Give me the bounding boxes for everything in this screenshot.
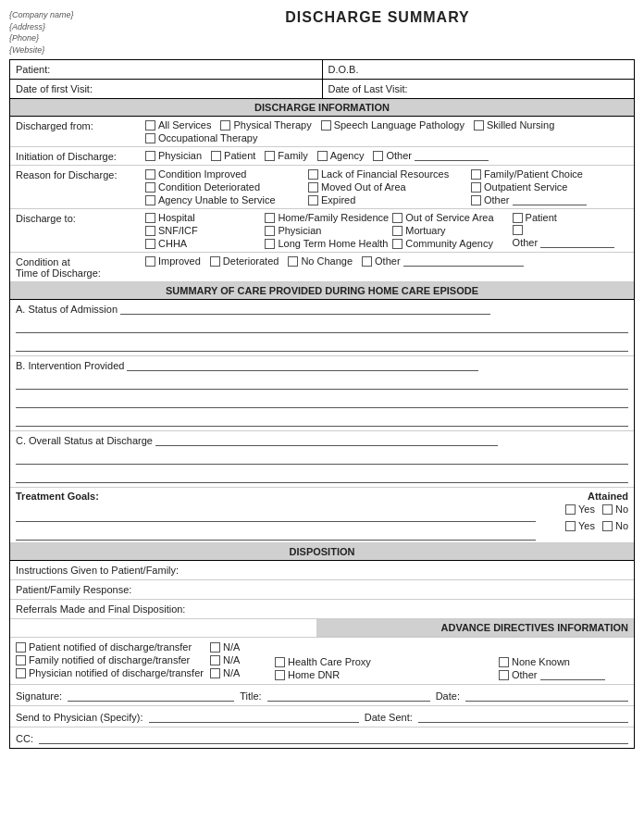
cb-no-1[interactable]: No xyxy=(602,504,628,515)
cb-skilled-nursing[interactable]: Skilled Nursing xyxy=(474,119,554,131)
disposition-header: DISPOSITION xyxy=(10,543,634,561)
cb-other-discharge[interactable]: Other xyxy=(513,237,628,248)
cb-home-family[interactable]: Home/Family Residence xyxy=(265,212,389,223)
overall-block: C. Overall Status at Discharge xyxy=(10,431,634,488)
cb-no-2[interactable]: No xyxy=(602,520,628,531)
checkbox-family[interactable] xyxy=(265,151,275,161)
checkbox-all-services[interactable] xyxy=(145,120,155,131)
overall-line-2 xyxy=(16,468,628,483)
cb-physician[interactable]: Physician xyxy=(145,150,202,161)
checkbox-physical-therapy[interactable] xyxy=(220,120,230,131)
cb-physician-notified[interactable]: Physician notified of discharge/transfer xyxy=(16,667,201,678)
intervention-line[interactable] xyxy=(127,360,478,371)
attained-label: Attained xyxy=(536,491,628,502)
checkbox-speech-language[interactable] xyxy=(321,120,331,131)
other-initiation-line[interactable] xyxy=(415,150,489,161)
cb-patient-notified[interactable]: Patient notified of discharge/transfer xyxy=(16,641,201,653)
cb-other-reason[interactable]: Other xyxy=(471,194,628,205)
status-label: A. Status of Admission xyxy=(16,304,118,315)
cb-moved-out[interactable]: Moved Out of Area xyxy=(308,181,465,193)
cb-speech-language[interactable]: Speech Language Pathology xyxy=(321,119,464,131)
company-website: {Website} xyxy=(9,44,120,56)
cb-other-condition[interactable]: Other xyxy=(362,255,524,267)
status-block: A. Status of Admission xyxy=(10,300,634,356)
advance-content: Patient notified of discharge/transfer F… xyxy=(10,638,634,685)
cb-other-advance[interactable]: Other xyxy=(499,669,628,680)
cb-chha[interactable]: CHHA xyxy=(145,238,261,249)
cb-na-2[interactable]: N/A xyxy=(210,654,266,665)
other-reason-line[interactable] xyxy=(513,194,587,205)
advance-col2: N/A N/A N/A xyxy=(210,641,266,678)
signature-line[interactable] xyxy=(68,689,234,702)
overall-line-1 xyxy=(16,450,628,465)
physician-label: Physician xyxy=(158,150,202,161)
cb-family-patient-choice[interactable]: Family/Patient Choice xyxy=(471,168,628,180)
cc-line[interactable] xyxy=(39,731,628,744)
cb-no-change[interactable]: No Change xyxy=(288,255,353,267)
cb-agency-unable[interactable]: Agency Unable to Service xyxy=(145,194,303,205)
discharge-to-content: Hospital SNF/ICF CHHA xyxy=(145,212,628,249)
other-discharge-line[interactable] xyxy=(540,237,614,248)
cb-out-service-area[interactable]: Out of Service Area xyxy=(392,212,508,223)
cb-home-dnr[interactable]: Home DNR xyxy=(275,669,489,680)
cb-mortuary[interactable]: Mortuary xyxy=(392,225,508,236)
cb-mortuary2[interactable] xyxy=(513,225,628,235)
intervention-line-1 xyxy=(16,375,628,390)
send-line[interactable] xyxy=(149,710,359,723)
cb-na-3[interactable]: N/A xyxy=(210,667,266,678)
checkbox-agency[interactable] xyxy=(317,151,328,161)
other-advance-line[interactable] xyxy=(540,669,605,680)
other-condition-line[interactable] xyxy=(403,255,524,267)
date-line[interactable] xyxy=(465,689,628,702)
cb-na-1[interactable]: N/A xyxy=(210,641,266,653)
title-line[interactable] xyxy=(267,689,430,702)
intervention-line-2 xyxy=(16,393,628,408)
checkbox-skilled-nursing[interactable] xyxy=(474,120,484,131)
cb-improved[interactable]: Improved xyxy=(145,255,201,267)
cb-none-known[interactable]: None Known xyxy=(499,656,628,667)
cb-condition-improved[interactable]: Condition Improved xyxy=(145,168,303,180)
status-line[interactable] xyxy=(120,304,490,315)
response-row: Patient/Family Response: xyxy=(10,580,634,600)
cb-yes-1[interactable]: Yes xyxy=(565,504,595,515)
checkbox-occupational-therapy[interactable] xyxy=(145,133,155,143)
advance-row: Patient notified of discharge/transfer F… xyxy=(16,641,628,680)
date-sent-line[interactable] xyxy=(418,710,628,723)
patient-cell: Patient: xyxy=(10,60,323,79)
cb-patient[interactable]: Patient xyxy=(211,150,255,161)
discharge-col1: Hospital SNF/ICF CHHA xyxy=(145,212,261,249)
checkbox-other-initiation[interactable] xyxy=(373,151,383,161)
cb-other-initiation[interactable]: Other xyxy=(373,150,489,161)
initiation-content: Physician Patient Family Agency Other xyxy=(145,150,628,161)
dob-cell: D.O.B. xyxy=(323,60,635,79)
initiation-row: Initiation of Discharge: Physician Patie… xyxy=(10,147,634,166)
cb-occupational-therapy[interactable]: Occupational Therapy xyxy=(145,132,257,143)
cb-physician-discharge[interactable]: Physician xyxy=(265,225,389,236)
checkbox-physician[interactable] xyxy=(145,151,155,161)
cb-all-services[interactable]: All Services xyxy=(145,119,211,131)
cb-physical-therapy[interactable]: Physical Therapy xyxy=(220,119,311,131)
cb-outpatient-service[interactable]: Outpatient Service xyxy=(471,181,628,193)
last-visit-cell: Date of Last Visit: xyxy=(323,80,635,98)
treatment-goal-line-2 xyxy=(16,526,536,541)
cb-condition-deteriorated[interactable]: Condition Deteriorated xyxy=(145,181,303,193)
company-info: {Company name} {Address} {Phone} {Websit… xyxy=(9,9,120,56)
cb-hospital[interactable]: Hospital xyxy=(145,212,261,223)
cb-expired[interactable]: Expired xyxy=(308,194,465,205)
cb-deteriorated[interactable]: Deteriorated xyxy=(210,255,279,267)
cb-family-notified[interactable]: Family notified of discharge/transfer xyxy=(16,654,201,665)
cc-label: CC: xyxy=(16,733,33,744)
cb-patient-discharge[interactable]: Patient xyxy=(513,212,628,223)
checkbox-patient[interactable] xyxy=(211,151,221,161)
discharge-info-header: DISCHARGE INFORMATION xyxy=(10,99,634,117)
cb-long-term[interactable]: Long Term Home Health xyxy=(265,238,389,249)
cb-yes-2[interactable]: Yes xyxy=(565,520,595,531)
cb-health-care-proxy[interactable]: Health Care Proxy xyxy=(275,656,489,667)
cb-agency[interactable]: Agency xyxy=(317,150,365,161)
cb-community-agency[interactable]: Community Agency xyxy=(392,238,508,249)
advance-col1: Patient notified of discharge/transfer F… xyxy=(16,641,201,678)
cb-lack-financial[interactable]: Lack of Financial Resources xyxy=(308,168,465,180)
cb-family[interactable]: Family xyxy=(265,150,307,161)
overall-line[interactable] xyxy=(155,435,498,446)
cb-snf-icf[interactable]: SNF/ICF xyxy=(145,225,261,236)
